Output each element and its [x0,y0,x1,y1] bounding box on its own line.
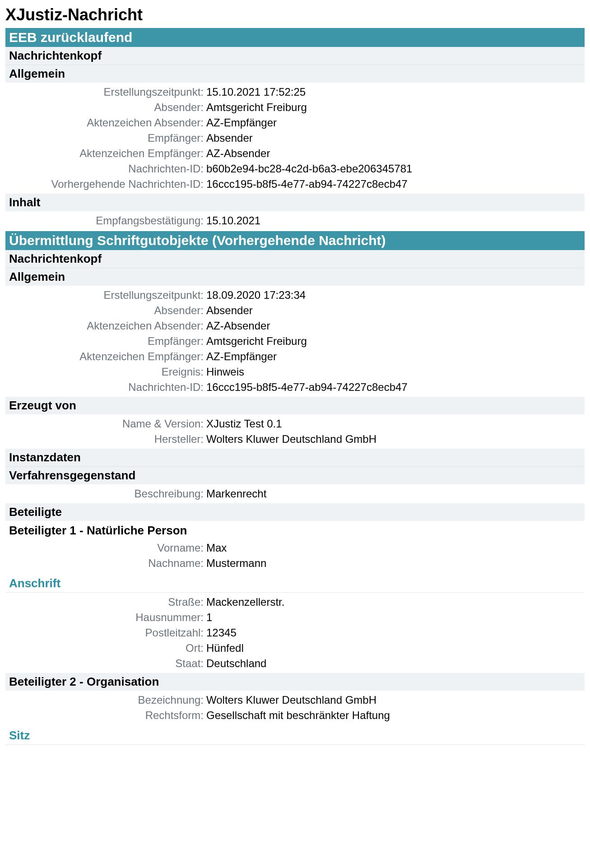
kv-key: Nachname: [5,557,206,570]
kv-key: Erstellungszeitpunkt: [5,86,206,98]
kv-value: 1 [206,611,585,624]
kv-value: 16ccc195-b8f5-4e77-ab94-74227c8ecb47 [206,381,585,394]
kv-key: Nachrichten-ID: [5,162,206,175]
kv-value: Hinweis [206,366,585,378]
kv-block: Name & Version:XJustiz Test 0.1Herstelle… [5,414,585,449]
document-root: XJustiz-Nachricht EEB zurücklaufendNachr… [0,0,590,748]
kv-row: Absender:Absender [5,303,585,318]
kv-key: Empfänger: [5,335,206,348]
kv-value: Absender [206,304,585,317]
section-header-sub: Inhalt [5,194,585,211]
kv-key: Empfangsbestätigung: [5,214,206,227]
section-header-sub2: Allgemein [5,65,585,83]
kv-row: Hausnummer:1 [5,610,585,625]
kv-key: Rechtsform: [5,709,206,722]
kv-block: Empfangsbestätigung:15.10.2021 [5,211,585,230]
section-header-teal: Anschrift [5,573,585,593]
section-header-sub: Nachrichtenkopf [5,250,585,268]
kv-value: XJustiz Test 0.1 [206,418,585,430]
kv-key: Aktenzeichen Empfänger: [5,350,206,363]
kv-value: Absender [206,132,585,144]
kv-value: AZ-Absender [206,147,585,160]
kv-block: Vorname:MaxNachname:Mustermann [5,538,585,573]
kv-value: b60b2e94-bc28-4c2d-b6a3-ebe206345781 [206,162,585,175]
page-title: XJustiz-Nachricht [5,5,585,24]
section-header-plain: Beteiligter 1 - Natürliche Person [5,521,585,538]
section-header-sub: Erzeugt von [5,397,585,414]
kv-key: Absender: [5,304,206,317]
section-header-sub: Beteiligter 2 - Organisation [5,673,585,691]
kv-row: Empfänger:Amtsgericht Freiburg [5,334,585,349]
kv-row: Bezeichnung:Wolters Kluwer Deutschland G… [5,692,585,708]
kv-row: Aktenzeichen Absender:AZ-Absender [5,318,585,334]
kv-value: AZ-Empfänger [206,116,585,129]
section-header-sub: Nachrichtenkopf [5,47,585,65]
kv-row: Staat:Deutschland [5,656,585,671]
kv-row: Nachrichten-ID:b60b2e94-bc28-4c2d-b6a3-e… [5,161,585,176]
kv-block: Bezeichnung:Wolters Kluwer Deutschland G… [5,691,585,725]
kv-key: Hersteller: [5,433,206,446]
kv-value: Max [206,542,585,554]
kv-key: Staat: [5,657,206,670]
kv-row: Name & Version:XJustiz Test 0.1 [5,416,585,432]
kv-row: Nachname:Mustermann [5,556,585,571]
kv-value: Wolters Kluwer Deutschland GmbH [206,433,585,446]
kv-value: 18.09.2020 17:23:34 [206,289,585,302]
section-header-sub: Instanzdaten [5,449,585,466]
kv-row: Straße:Mackenzellerstr. [5,594,585,610]
kv-row: Absender:Amtsgericht Freiburg [5,100,585,115]
kv-value: Markenrecht [206,487,585,500]
kv-value: 15.10.2021 17:52:25 [206,86,585,98]
kv-key: Bezeichnung: [5,694,206,706]
kv-row: Postleitzahl:12345 [5,625,585,641]
kv-key: Postleitzahl: [5,627,206,639]
kv-key: Aktenzeichen Absender: [5,116,206,129]
kv-key: Straße: [5,596,206,608]
kv-value: Deutschland [206,657,585,670]
kv-row: Empfangsbestätigung:15.10.2021 [5,213,585,228]
kv-key: Beschreibung: [5,487,206,500]
section-header-sub: Beteiligte [5,503,585,521]
section-header-sub2: Allgemein [5,268,585,286]
kv-value: AZ-Empfänger [206,350,585,363]
kv-row: Beschreibung:Markenrecht [5,486,585,501]
kv-row: Vorhergehende Nachrichten-ID:16ccc195-b8… [5,176,585,192]
kv-key: Vorname: [5,542,206,554]
kv-block: Straße:Mackenzellerstr.Hausnummer:1Postl… [5,593,585,673]
kv-row: Aktenzeichen Empfänger:AZ-Absender [5,146,585,161]
kv-row: Ort:Hünfedl [5,641,585,656]
kv-row: Empfänger:Absender [5,130,585,146]
kv-row: Erstellungszeitpunkt:18.09.2020 17:23:34 [5,288,585,303]
kv-row: Aktenzeichen Absender:AZ-Empfänger [5,115,585,130]
kv-key: Aktenzeichen Absender: [5,320,206,332]
kv-key: Empfänger: [5,132,206,144]
kv-value: 16ccc195-b8f5-4e77-ab94-74227c8ecb47 [206,178,585,190]
section-header-sub2: Verfahrensgegenstand [5,466,585,484]
kv-row: Vorname:Max [5,540,585,556]
kv-value: Hünfedl [206,642,585,654]
kv-key: Hausnummer: [5,611,206,624]
kv-value: Amtsgericht Freiburg [206,335,585,348]
kv-key: Ereignis: [5,366,206,378]
kv-value: AZ-Absender [206,320,585,332]
kv-value: Mustermann [206,557,585,570]
kv-key: Erstellungszeitpunkt: [5,289,206,302]
kv-value: Gesellschaft mit beschränkter Haftung [206,709,585,722]
kv-value: Wolters Kluwer Deutschland GmbH [206,694,585,706]
kv-row: Hersteller:Wolters Kluwer Deutschland Gm… [5,432,585,447]
kv-value: Mackenzellerstr. [206,596,585,608]
kv-block: Erstellungszeitpunkt:18.09.2020 17:23:34… [5,286,585,397]
section-header-primary: Übermittlung Schriftgutobjekte (Vorherge… [5,231,585,250]
kv-value: Amtsgericht Freiburg [206,101,585,114]
kv-row: Nachrichten-ID:16ccc195-b8f5-4e77-ab94-7… [5,380,585,395]
kv-row: Ereignis:Hinweis [5,364,585,380]
kv-row: Rechtsform:Gesellschaft mit beschränkter… [5,708,585,723]
kv-row: Erstellungszeitpunkt:15.10.2021 17:52:25 [5,84,585,100]
section-header-primary: EEB zurücklaufend [5,28,585,47]
section-header-teal: Sitz [5,725,585,745]
kv-value: 15.10.2021 [206,214,585,227]
kv-key: Ort: [5,642,206,654]
document-body: EEB zurücklaufendNachrichtenkopfAllgemei… [5,28,585,745]
kv-value: 12345 [206,627,585,639]
kv-key: Name & Version: [5,418,206,430]
